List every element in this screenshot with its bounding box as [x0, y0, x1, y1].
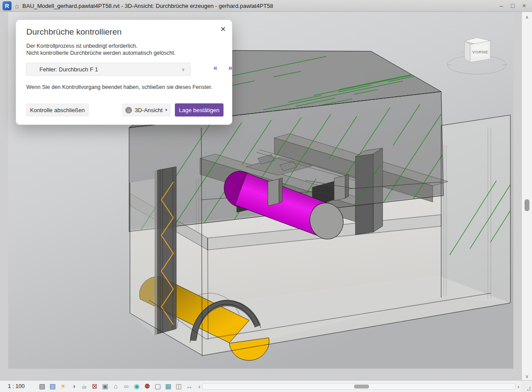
view-control-icons: ▨ ▧ ☀ ◑ ☕ ⊠ ▣ ⌂ ∞ ◉ ⚉ ▢ ▦ ◫ ↔ [37, 381, 195, 392]
dialog-close-icon[interactable]: × [220, 25, 226, 33]
dialog-intro: Der Kontrollprozess ist unbedingt erford… [26, 43, 175, 57]
locked-3d-view-icon[interactable]: ⌂ [110, 381, 121, 392]
crop-region-icon[interactable]: ▣ [100, 381, 110, 392]
viewcube-left-face[interactable] [465, 41, 470, 62]
dialog-title: Durchbrüche kontrollieren [26, 27, 122, 37]
check-openings-dialog: × Durchbrüche kontrollieren Der Kontroll… [16, 20, 232, 125]
horizontal-scroll-track[interactable] [202, 383, 515, 390]
intro-line-2: Nicht kontrollierte Durchbrüche werden a… [26, 50, 175, 57]
previous-error-button[interactable]: « [213, 64, 217, 72]
vertical-scroll-thumb[interactable] [525, 199, 529, 211]
view-control-bar: 1 : 100 ▨ ▧ ☀ ◑ ☕ ⊠ ▣ ⌂ ∞ ◉ ⚉ ▢ ▦ ◫ ↔ ‹ … [0, 380, 521, 392]
confirm-position-button[interactable]: Lage bestätigen [175, 103, 223, 117]
insulated-wall[interactable] [155, 167, 176, 336]
minimize-button[interactable]: – [498, 2, 505, 9]
scroll-right-icon[interactable]: › [515, 383, 521, 390]
3d-view-icon: ⌂ [125, 107, 132, 113]
crop-view-icon[interactable]: ⊠ [89, 381, 100, 392]
error-dropdown-value: Fehler: Durchbruch F 1 [39, 66, 98, 73]
intro-line-1: Der Kontrollprozess ist unbedingt erford… [26, 43, 175, 50]
resize-grip[interactable] [527, 387, 531, 391]
outer-glass-wall [130, 179, 155, 335]
horizontal-scroll-thumb[interactable] [354, 385, 369, 388]
worksharing-display-icon[interactable]: ⚉ [142, 381, 153, 392]
scroll-down-icon[interactable]: ∨ [522, 374, 532, 379]
scroll-up-icon[interactable]: ∧ [522, 14, 532, 20]
finish-check-button[interactable]: Kontrolle abschließen [26, 103, 89, 117]
temporary-view-properties-icon[interactable]: ▢ [153, 381, 163, 392]
window-corner [521, 380, 532, 392]
viewcube-home-icon[interactable]: ⌂ [461, 49, 463, 54]
displacement-sets-icon[interactable]: ◫ [174, 381, 184, 392]
sun-path-icon[interactable]: ☀ [58, 381, 68, 392]
view-select-button[interactable]: ⌂ 3D-Ansicht ▾ [122, 103, 171, 117]
caret-down-icon: ▾ [165, 108, 167, 112]
home-icon[interactable]: ⌂ [15, 3, 19, 9]
scale-control[interactable]: 1 : 100 [8, 383, 31, 389]
shadows-icon[interactable]: ◑ [68, 381, 79, 392]
rendering-dialog-icon[interactable]: ☕ [79, 381, 89, 392]
viewcube-front-label: VORNE [472, 49, 489, 54]
next-error-button[interactable]: » [228, 64, 232, 72]
title-bar: R ⌂ BAU_Modell_gerhard.pawlat4PT58.rvt -… [0, 0, 532, 12]
reveal-constraints-icon[interactable]: ↔ [184, 381, 195, 392]
visual-style-icon[interactable]: ▧ [47, 381, 58, 392]
window-title: BAU_Modell_gerhard.pawlat4PT58.rvt - 3D-… [22, 3, 273, 9]
revit-app-icon[interactable]: R [3, 1, 11, 10]
temporary-hide-isolate-icon[interactable]: ∞ [121, 381, 131, 392]
analytical-model-icon[interactable]: ▦ [163, 381, 174, 392]
scroll-left-icon[interactable]: ‹ [196, 383, 202, 390]
close-button[interactable]: × [521, 2, 528, 9]
detail-level-icon[interactable]: ▨ [37, 381, 47, 392]
chevron-down-icon: ∨ [181, 67, 185, 72]
dialog-note: Wenn Sie den Kontrollvorgang beendet hab… [26, 84, 212, 90]
horizontal-scrollbar[interactable]: ‹ › [196, 383, 521, 390]
reveal-hidden-icon[interactable]: ◉ [131, 381, 142, 392]
view-button-label: 3D-Ansicht [135, 107, 163, 113]
vertical-scrollbar[interactable]: ∧ ∨ [521, 12, 532, 380]
revit-window: R ⌂ BAU_Modell_gerhard.pawlat4PT58.rvt -… [0, 0, 532, 392]
error-dropdown[interactable]: Fehler: Durchbruch F 1 ∨ [26, 63, 191, 76]
maximize-button[interactable]: □ [509, 2, 516, 9]
